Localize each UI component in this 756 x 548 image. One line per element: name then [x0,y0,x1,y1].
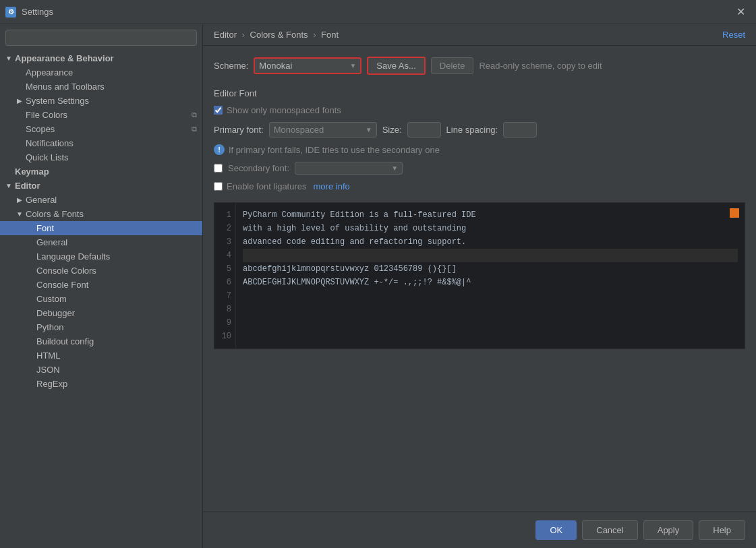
size-input[interactable]: 12 [407,122,441,138]
line-number: 10 [219,330,231,343]
copy-icon: ⧉ [192,125,197,133]
sidebar-item-menus-toolbars[interactable]: Menus and Toolbars [0,80,202,94]
sidebar-item-console-colors[interactable]: Console Colors [0,264,202,278]
secondary-font-checkbox[interactable] [214,164,223,173]
sidebar-item-colors-fonts[interactable]: Colors & Fonts [0,207,202,221]
scheme-dropdown-value: Monokai [259,61,347,71]
close-button[interactable]: ✕ [731,3,751,21]
sidebar-item-label: General [26,195,57,205]
sidebar-item-label: Console Font [36,280,88,290]
line-number: 7 [219,289,231,303]
editor-font-title: Editor Font [214,88,745,98]
sidebar-item-label: Custom [36,294,67,304]
show-monospaced-row: Show only monospaced fonts [214,105,745,115]
sidebar-item-general2[interactable]: General [0,235,202,249]
sidebar-item-label: HTML [36,351,60,361]
cancel-button[interactable]: Cancel [582,520,637,540]
help-button[interactable]: Help [699,520,745,540]
primary-font-arrow-icon: ▼ [366,126,372,133]
line-spacing-input[interactable]: 1.0 [503,122,537,138]
sidebar-item-label: Scopes [26,124,55,134]
sidebar-item-python[interactable]: Python [0,320,202,334]
info-icon: ! [214,144,225,155]
sidebar-item-debugger[interactable]: Debugger [0,306,202,320]
sidebar-item-scopes[interactable]: Scopes⧉ [0,122,202,136]
arrow-down-icon [15,210,24,219]
save-as-button[interactable]: Save As... [367,57,426,75]
sidebar-item-label: Debugger [36,308,75,318]
sidebar-tree: Appearance & BehaviorAppearanceMenus and… [0,51,202,391]
reset-link[interactable]: Reset [722,30,745,40]
delete-button[interactable]: Delete [431,57,474,74]
info-text: If primary font fails, IDE tries to use … [229,145,440,155]
preview-container: 12345678910 PyCharm Community Edition is… [214,202,745,349]
sidebar-item-language-defaults[interactable]: Language Defaults [0,249,202,264]
sidebar-item-system-settings[interactable]: System Settings [0,94,202,108]
line-number: 8 [219,303,231,316]
line-spacing-label: Line spacing: [446,125,498,135]
secondary-font-label: Secondary font: [228,163,289,173]
show-monospaced-checkbox[interactable] [214,106,223,115]
sidebar-item-html[interactable]: HTML [0,348,202,363]
sidebar-item-label: JSON [36,365,60,375]
sidebar-item-quick-lists[interactable]: Quick Lists [0,150,202,164]
sidebar-item-buildout-config[interactable]: Buildout config [0,334,202,348]
sidebar-item-label: RegExp [36,379,67,389]
breadcrumb-part-editor: Editor [214,30,237,40]
ligatures-more-info-link[interactable]: more info [314,181,350,191]
breadcrumb-part-colors-fonts: Colors & Fonts [250,30,308,40]
show-monospaced-label: Show only monospaced fonts [227,105,341,115]
sidebar-item-regexp[interactable]: RegExp [0,377,202,391]
sidebar-item-editor[interactable]: Editor [0,179,202,193]
line-number: 4 [219,249,231,262]
line-number: 6 [219,276,231,289]
code-line: PyCharm Community Edition is a full-feat… [243,208,738,222]
bottom-bar: OK Cancel Apply Help [203,512,756,548]
sidebar-item-appearance[interactable]: Appearance [0,65,202,80]
sidebar-item-label: Appearance & Behavior [15,53,114,63]
search-input[interactable] [5,30,197,46]
secondary-font-arrow-icon: ▼ [391,164,398,172]
breadcrumb-part-font: Font [321,30,339,40]
ligatures-row: Enable font ligatures more info [214,181,745,191]
readonly-text: Read-only scheme, copy to edit [479,61,602,71]
sidebar-item-json[interactable]: JSON [0,363,202,377]
sidebar-item-general[interactable]: General [0,193,202,207]
size-label: Size: [382,125,402,135]
code-line: ABCDEFGHIJKLMNOPQRSTUVWXYZ +-*/= .,;;!? … [243,276,738,289]
sidebar-item-custom[interactable]: Custom [0,292,202,306]
sidebar-item-label: System Settings [26,96,89,106]
secondary-font-row: Secondary font: ▼ [214,162,745,175]
scheme-dropdown[interactable]: Monokai ▼ [254,57,361,74]
sidebar: Appearance & BehaviorAppearanceMenus and… [0,24,203,548]
main-container: Appearance & BehaviorAppearanceMenus and… [0,24,756,548]
code-line: with a high level of usability and outst… [243,222,738,235]
sidebar-item-label: Language Defaults [36,251,110,262]
copy-icon: ⧉ [192,111,197,119]
primary-font-dropdown[interactable]: Monospaced ▼ [269,122,377,138]
sidebar-item-keymap[interactable]: Keymap [0,164,202,179]
sidebar-item-notifications[interactable]: Notifications [0,136,202,150]
ligatures-checkbox[interactable] [214,182,223,191]
code-line: abcdefghijklmnopqrstuvwxyz 0123456789 ()… [243,262,738,276]
secondary-font-dropdown[interactable]: ▼ [295,162,403,175]
code-line: advanced code editing and refactoring su… [243,235,738,249]
line-number: 9 [219,316,231,330]
sidebar-item-console-font[interactable]: Console Font [0,278,202,292]
content-area: Editor › Colors & Fonts › Font Reset Sch… [203,24,756,548]
sidebar-item-label: Appearance [26,67,73,78]
window-title: Settings [22,7,731,17]
sidebar-item-file-colors[interactable]: File Colors⧉ [0,108,202,122]
scroll-indicator [730,208,739,218]
ok-button[interactable]: OK [535,520,577,540]
sidebar-item-font[interactable]: Font [0,221,202,235]
code-line [243,303,738,316]
sidebar-item-label: Quick Lists [26,152,69,162]
ligatures-label: Enable font ligatures [227,181,307,191]
sidebar-item-label: Keymap [15,166,49,177]
apply-button[interactable]: Apply [643,520,694,540]
code-content: PyCharm Community Edition is a full-feat… [236,203,745,348]
sidebar-item-appearance-behavior[interactable]: Appearance & Behavior [0,51,202,65]
primary-font-value: Monospaced [274,125,363,135]
line-number: 5 [219,262,231,276]
